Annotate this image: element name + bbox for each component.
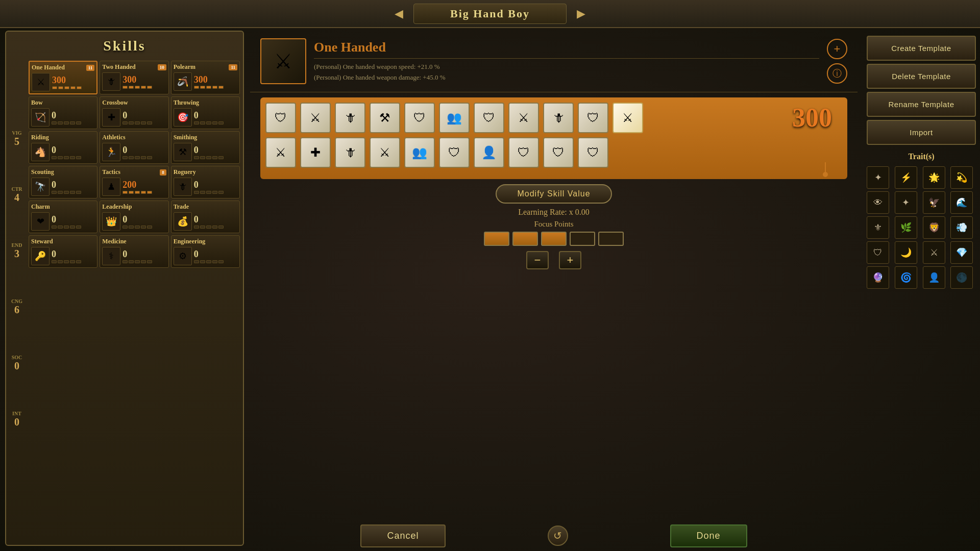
trait-icon-2[interactable]: ⚡ xyxy=(895,166,917,189)
skill-icon: ✚ xyxy=(102,108,120,127)
soc-label: SOC xyxy=(12,355,22,360)
rename-template-btn[interactable]: Rename Template xyxy=(867,92,976,117)
skill-steward[interactable]: Steward 🔑 0 xyxy=(29,235,97,268)
perk-icon[interactable]: 🛡 xyxy=(578,103,608,133)
trait-icon-16[interactable]: 💎 xyxy=(950,241,973,264)
trait-icon-13[interactable]: 🛡 xyxy=(867,241,889,264)
skill-one-handed[interactable]: One Handed 11 ⚔ 300 xyxy=(29,61,97,94)
decrease-focus-btn[interactable]: − xyxy=(526,251,549,269)
skill-tactics[interactable]: Tactics 8 ♟ 200 xyxy=(100,166,168,198)
skill-name: Trade xyxy=(174,203,189,211)
skill-riding[interactable]: Riding 🐴 0 xyxy=(29,131,97,164)
trait-icon-6[interactable]: ✦ xyxy=(895,191,917,214)
skill-level: 8 xyxy=(160,169,166,176)
trait-icon-18[interactable]: 🌀 xyxy=(895,266,917,289)
learning-rate: Learning Rate: x 0.00 xyxy=(250,208,857,217)
skill-charm[interactable]: Charm ❤ 0 xyxy=(29,201,97,233)
skill-medicine[interactable]: Medicine ⚕ 0 xyxy=(100,235,168,268)
bottom-bar: Cancel ↺ Done xyxy=(250,520,857,551)
skill-bow[interactable]: Bow 🏹 0 xyxy=(29,96,97,129)
skill-scouting[interactable]: Scouting 🔭 0 xyxy=(29,166,97,198)
perk-icon[interactable]: 🗡 xyxy=(335,103,365,133)
perk-icon[interactable]: ⚔ xyxy=(508,103,539,133)
skill-engineering[interactable]: Engineering ⚙ 0 xyxy=(171,235,240,268)
skill-icon: 🐴 xyxy=(31,143,50,161)
increase-focus-btn[interactable]: + xyxy=(559,251,581,269)
skill-roguery[interactable]: Roguery 🗡 0 xyxy=(171,166,240,198)
perk-icon[interactable]: ⚔ xyxy=(370,137,400,168)
trait-icon-3[interactable]: 🌟 xyxy=(923,166,945,189)
trait-icon-4[interactable]: 💫 xyxy=(950,166,973,189)
perk-icon[interactable]: ✚ xyxy=(300,137,331,168)
perk-icon[interactable]: 🛡 xyxy=(508,137,539,168)
skill-name: Polearm xyxy=(174,63,195,71)
skill-two-handed[interactable]: Two Handed 10 🗡 300 xyxy=(100,61,168,94)
trait-icon-8[interactable]: 🌊 xyxy=(950,191,973,214)
skill-detail-desc-line2: (Personal) One handed weapon damage: +45… xyxy=(314,72,819,83)
skill-detail-icon: ⚔ xyxy=(260,38,306,84)
trait-icon-19[interactable]: 👤 xyxy=(923,266,945,289)
perk-icon[interactable]: 👤 xyxy=(474,137,504,168)
skill-pips xyxy=(122,121,166,124)
perk-icon-highlighted[interactable]: ⚔ xyxy=(612,103,643,133)
add-skill-btn[interactable]: + xyxy=(827,39,847,59)
skill-leadership[interactable]: Leadership 👑 0 xyxy=(100,201,168,233)
skill-icon: ⚕ xyxy=(102,247,120,265)
delete-template-btn[interactable]: Delete Template xyxy=(867,64,976,89)
perk-icon[interactable]: 👥 xyxy=(404,137,435,168)
skill-athletics[interactable]: Athletics 🏃 0 xyxy=(100,131,168,164)
done-btn[interactable]: Done xyxy=(670,524,747,547)
skill-name: Athletics xyxy=(102,134,125,141)
trait-icon-9[interactable]: ⚜ xyxy=(867,216,889,239)
skill-name: Riding xyxy=(31,134,49,141)
trait-icon-7[interactable]: 🦅 xyxy=(923,191,945,214)
perk-icon[interactable]: ⚔ xyxy=(300,103,331,133)
perk-icon[interactable]: 👥 xyxy=(439,103,470,133)
trait-icon-11[interactable]: 🦁 xyxy=(923,216,945,239)
perk-icon[interactable]: 🗡 xyxy=(543,103,574,133)
trait-icon-17[interactable]: 🔮 xyxy=(867,266,889,289)
skill-pips xyxy=(122,260,166,263)
perk-icon[interactable]: 🛡 xyxy=(265,103,296,133)
trait-icon-15[interactable]: ⚔ xyxy=(923,241,945,264)
skill-crossbow[interactable]: Crossbow ✚ 0 xyxy=(100,96,168,129)
perk-icon[interactable]: 🗡 xyxy=(335,137,365,168)
prev-character-btn[interactable]: ◀ xyxy=(384,7,413,20)
skill-name: One Handed xyxy=(32,64,65,71)
skill-icon: ⚒ xyxy=(174,143,192,161)
trait-icon-20[interactable]: 🌑 xyxy=(950,266,973,289)
trait-icon-14[interactable]: 🌙 xyxy=(895,241,917,264)
cancel-btn[interactable]: Cancel xyxy=(360,524,445,547)
modify-skill-btn[interactable]: Modify Skill Value xyxy=(496,184,611,204)
perk-icon[interactable]: 🛡 xyxy=(474,103,504,133)
traits-grid: ✦ ⚡ 🌟 💫 👁 ✦ 🦅 🌊 ⚜ 🌿 🦁 💨 🛡 🌙 ⚔ 💎 🔮 🌀 👤 🌑 xyxy=(867,166,976,289)
trait-icon-5[interactable]: 👁 xyxy=(867,191,889,214)
end-value: 3 xyxy=(14,248,19,260)
skill-value: 300 xyxy=(194,75,237,84)
reset-btn[interactable]: ↺ xyxy=(548,525,568,546)
skill-icon: 🗡 xyxy=(174,178,192,196)
info-btn[interactable]: ⓘ xyxy=(827,63,847,84)
perk-icon[interactable]: ⚔ xyxy=(265,137,296,168)
skill-trade[interactable]: Trade 💰 0 xyxy=(171,201,240,233)
perk-icon[interactable]: 🛡 xyxy=(404,103,435,133)
perk-icon[interactable]: ⚒ xyxy=(370,103,400,133)
perk-icon[interactable]: 🛡 xyxy=(578,137,608,168)
trait-icon-10[interactable]: 🌿 xyxy=(895,216,917,239)
skill-value: 0 xyxy=(194,180,237,189)
int-label: INT xyxy=(12,411,21,416)
skill-polearm[interactable]: Polearm 11 🪃 300 xyxy=(171,61,240,94)
perk-icon[interactable]: 🛡 xyxy=(439,137,470,168)
skill-throwing[interactable]: Throwing 🎯 0 xyxy=(171,96,240,129)
next-character-btn[interactable]: ▶ xyxy=(567,7,596,20)
skill-pips xyxy=(122,156,166,159)
skill-smithing[interactable]: Smithing ⚒ 0 xyxy=(171,131,240,164)
skill-value: 0 xyxy=(122,111,166,120)
skill-pips xyxy=(52,191,95,194)
skill-value: 0 xyxy=(52,215,95,224)
trait-icon-12[interactable]: 💨 xyxy=(950,216,973,239)
create-template-btn[interactable]: Create Template xyxy=(867,36,976,61)
import-btn[interactable]: Import xyxy=(867,120,976,145)
trait-icon-1[interactable]: ✦ xyxy=(867,166,889,189)
perk-icon[interactable]: 🛡 xyxy=(543,137,574,168)
